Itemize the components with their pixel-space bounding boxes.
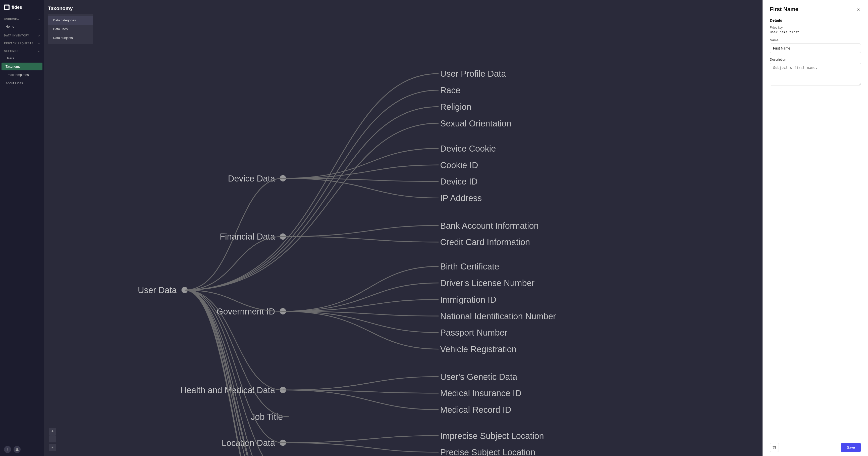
svg-text:Government ID: Government ID: [217, 307, 275, 316]
fides-key-field: Fides key: user.name.first: [770, 26, 861, 34]
zoom-expand-button[interactable]: ⤢: [49, 444, 56, 451]
svg-text:Device Cookie: Device Cookie: [440, 144, 496, 153]
trash-icon: [772, 446, 776, 450]
svg-text:Bank Account Information: Bank Account Information: [440, 221, 538, 230]
privacy-requests-section-label: PRIVACY REQUESTS: [0, 38, 44, 46]
name-label: Name: [770, 38, 861, 42]
svg-text:Vehicle Registration: Vehicle Registration: [440, 344, 516, 354]
zoom-controls: + − ⤢: [49, 428, 56, 451]
category-data-categories[interactable]: Data categories: [48, 16, 93, 25]
svg-text:Driver's License Number: Driver's License Number: [440, 278, 534, 288]
detail-footer: Save: [763, 439, 868, 456]
delete-button[interactable]: [770, 443, 779, 452]
fides-key-label: Fides key:: [770, 26, 861, 29]
sidebar-item-taxonomy[interactable]: Taxonomy: [1, 63, 42, 70]
svg-text:IP Address: IP Address: [440, 193, 482, 203]
overview-section-label: OVERVIEW: [0, 15, 44, 22]
taxonomy-tree: .tree-label { font-family: -apple-system…: [94, 14, 763, 456]
zoom-in-button[interactable]: +: [49, 428, 56, 435]
svg-text:Device ID: Device ID: [440, 177, 477, 186]
svg-text:Race: Race: [440, 85, 460, 95]
description-textarea[interactable]: [770, 63, 861, 85]
name-field: Name: [770, 38, 861, 53]
svg-text:Sexual Orientation: Sexual Orientation: [440, 119, 511, 128]
svg-text:Precise Subject Location: Precise Subject Location: [440, 448, 535, 456]
details-section-title: Details: [770, 18, 861, 22]
zoom-out-button[interactable]: −: [49, 435, 56, 443]
svg-text:Device Data: Device Data: [228, 174, 275, 183]
svg-text:Birth Certificate: Birth Certificate: [440, 262, 499, 271]
close-button[interactable]: ×: [856, 6, 861, 13]
name-input[interactable]: [770, 44, 861, 53]
svg-text:Cookie ID: Cookie ID: [440, 161, 478, 170]
svg-text:Medical Record ID: Medical Record ID: [440, 405, 511, 415]
app-name: fides: [11, 5, 22, 10]
detail-header: First Name ×: [763, 0, 868, 13]
svg-text:Immigration ID: Immigration ID: [440, 295, 496, 305]
help-button[interactable]: ?: [4, 446, 11, 453]
detail-title: First Name: [770, 6, 799, 12]
settings-section-label: SETTINGS: [0, 46, 44, 54]
svg-text:User Data: User Data: [138, 285, 177, 295]
categories-panel: Data categories Data uses Data subjects: [48, 14, 93, 44]
category-data-uses[interactable]: Data uses: [48, 25, 93, 33]
sidebar-item-home[interactable]: Home: [1, 23, 42, 30]
svg-text:Religion: Religion: [440, 102, 471, 112]
user-profile-button[interactable]: [13, 446, 21, 453]
main-content: Taxonomy Data categories Data uses Data …: [44, 0, 763, 456]
description-field: Description: [770, 58, 861, 86]
svg-text:User's Genetic Data: User's Genetic Data: [440, 372, 517, 381]
svg-text:National Identification Number: National Identification Number: [440, 311, 556, 321]
app-logo: fides: [0, 0, 44, 15]
logo-icon: [4, 4, 9, 10]
svg-text:Medical Insurance ID: Medical Insurance ID: [440, 389, 521, 398]
svg-text:Imprecise Subject Location: Imprecise Subject Location: [440, 431, 544, 441]
svg-text:User Profile Data: User Profile Data: [440, 69, 506, 79]
sidebar-item-about-fides[interactable]: About Fides: [1, 79, 42, 87]
svg-text:Passport Number: Passport Number: [440, 328, 507, 337]
svg-text:Credit Card Information: Credit Card Information: [440, 237, 530, 247]
svg-text:Financial Data: Financial Data: [220, 232, 275, 241]
details-section: Details Fides key: user.name.first Name …: [763, 13, 868, 96]
sidebar-item-users[interactable]: Users: [1, 54, 42, 62]
description-label: Description: [770, 58, 861, 61]
sidebar-item-email-templates[interactable]: Email templates: [1, 71, 42, 79]
sidebar: fides OVERVIEW Home DATA INVENTORY PRIVA…: [0, 0, 44, 456]
page-title: Taxonomy: [48, 5, 73, 11]
fides-key-value: user.name.first: [770, 30, 861, 34]
detail-panel: First Name × Details Fides key: user.nam…: [763, 0, 868, 456]
category-data-subjects[interactable]: Data subjects: [48, 33, 93, 42]
save-button[interactable]: Save: [841, 443, 861, 452]
data-inventory-section-label: DATA INVENTORY: [0, 31, 44, 38]
